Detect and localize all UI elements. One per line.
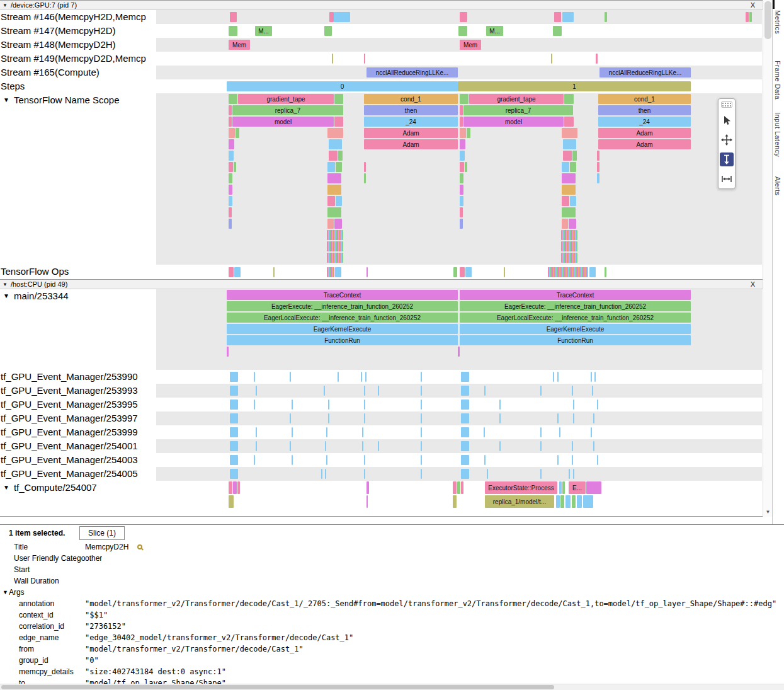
track-lane[interactable]: MemMem (156, 38, 762, 52)
trace-slice[interactable] (230, 12, 237, 22)
trace-slice[interactable] (565, 495, 571, 508)
trace-slice[interactable] (597, 400, 598, 410)
track-lane[interactable]: ExecutorState::ProcessE...replica_1/mode… (156, 481, 762, 514)
trace-slice[interactable] (561, 230, 577, 240)
trace-slice[interactable] (461, 372, 469, 382)
side-tab-alerts[interactable]: Alerts (774, 176, 781, 196)
trace-slice[interactable] (548, 267, 588, 277)
trace-slice[interactable] (562, 207, 576, 217)
trace-slice[interactable] (597, 173, 599, 183)
trace-slice-24[interactable]: _24 (598, 117, 691, 127)
track-label-tf-gpu-event-manager-253993[interactable]: tf_GPU_Event_Manager/253993 (0, 384, 156, 398)
trace-slice[interactable] (460, 105, 463, 115)
trace-slice[interactable] (290, 413, 291, 423)
trace-slice[interactable] (327, 173, 341, 183)
track-label-stream-147-memcpyh2d[interactable]: Stream #147(MemcpyH2D) (0, 24, 156, 38)
trace-slice[interactable] (560, 495, 564, 508)
track-lane[interactable] (156, 453, 762, 467)
trace-slice[interactable] (227, 347, 229, 357)
track-lane[interactable] (156, 439, 762, 453)
trace-slice[interactable] (378, 441, 379, 451)
trace-slice[interactable] (364, 400, 365, 410)
trace-slice[interactable] (229, 219, 232, 229)
trace-slice[interactable] (230, 386, 238, 396)
track-label-stream-165-compute[interactable]: Stream #165(Compute) (0, 66, 156, 79)
track-lane[interactable] (156, 52, 762, 66)
trace-slice[interactable] (229, 139, 234, 149)
scroll-down-arrow-icon[interactable]: ▼ (763, 509, 773, 515)
trace-slice[interactable] (453, 495, 457, 508)
trace-slice[interactable] (256, 427, 257, 437)
track-lane[interactable] (156, 384, 762, 398)
trace-slice[interactable] (327, 196, 335, 206)
trace-slice[interactable] (572, 495, 576, 508)
trace-slice[interactable] (562, 173, 576, 183)
trace-slice[interactable] (461, 441, 469, 451)
trace-slice-gradient-tape[interactable]: gradient_tape (238, 94, 334, 104)
trace-slice[interactable] (460, 173, 463, 183)
trace-slice[interactable] (334, 94, 343, 104)
trace-slice-then[interactable]: then (364, 105, 458, 115)
trace-slice[interactable] (461, 400, 469, 410)
trace-slice[interactable] (559, 427, 560, 437)
trace-slice[interactable] (540, 427, 542, 437)
trace-slice-m[interactable]: M... (255, 26, 272, 36)
trace-slice[interactable] (583, 495, 593, 508)
trace-slice[interactable] (236, 128, 239, 138)
trace-slice[interactable] (338, 151, 343, 161)
trace-slice[interactable] (746, 12, 749, 22)
trace-slice[interactable] (586, 481, 601, 494)
trace-slice[interactable] (324, 26, 332, 36)
trace-slice[interactable] (460, 139, 465, 149)
trace-slice[interactable] (499, 400, 501, 410)
trace-slice[interactable] (749, 12, 752, 22)
trace-slice[interactable] (292, 427, 293, 437)
trace-slice[interactable] (229, 207, 232, 217)
trace-slice-executorstate-process[interactable]: ExecutorState::Process (485, 481, 557, 494)
trace-slice[interactable] (460, 12, 467, 22)
trace-slice[interactable] (362, 427, 363, 437)
trace-slice[interactable] (254, 372, 255, 382)
trace-slice[interactable] (572, 455, 573, 465)
trace-slice-eagerkernelexecute[interactable]: EagerKernelExecute (227, 324, 458, 334)
track-label-main-253344[interactable]: ▼main/253344 (0, 289, 156, 370)
trace-slice[interactable] (460, 267, 465, 277)
track-lane[interactable]: TraceContextTraceContextEagerExecute: __… (156, 289, 762, 370)
track-label-tf-gpu-event-manager-254001[interactable]: tf_GPU_Event_Manager/254001 (0, 439, 156, 453)
trace-slice-gradient-tape[interactable]: gradient_tape (469, 94, 564, 104)
trace-slice[interactable] (461, 469, 469, 479)
track-lane[interactable] (156, 398, 762, 411)
trace-slice-eagerexecute-inference-train-function-260252[interactable]: EagerExecute: __inference_train_function… (227, 301, 458, 311)
trace-slice[interactable] (562, 185, 576, 195)
trace-slice[interactable] (290, 441, 291, 451)
trace-slice[interactable] (562, 219, 568, 229)
trace-slice-model[interactable]: model (463, 117, 564, 127)
trace-slice[interactable] (605, 267, 606, 277)
trace-slice[interactable] (591, 372, 592, 382)
horizontal-scrollbar-thumb[interactable] (1, 685, 554, 689)
trace-slice[interactable] (273, 267, 275, 277)
trace-slice[interactable] (256, 441, 257, 451)
track-label-tf-gpu-event-manager-253995[interactable]: tf_GPU_Event_Manager/253995 (0, 398, 156, 411)
pan-mode-button[interactable] (720, 133, 734, 147)
trace-slice[interactable] (453, 267, 457, 277)
trace-slice[interactable] (290, 372, 291, 382)
trace-slice[interactable] (597, 455, 598, 465)
trace-slice[interactable] (577, 495, 582, 508)
vertical-scrollbar[interactable]: ▼ (763, 0, 772, 517)
slice-tab[interactable]: Slice (1) (79, 526, 125, 540)
zoom-mode-button[interactable] (720, 152, 734, 166)
trace-slice[interactable] (564, 117, 574, 127)
trace-slice-adam[interactable]: Adam (598, 128, 691, 138)
trace-slice[interactable] (334, 117, 343, 127)
collapse-arrow-icon[interactable]: ▼ (3, 96, 9, 103)
trace-slice[interactable] (460, 196, 463, 206)
trace-slice[interactable] (421, 455, 422, 465)
trace-slice[interactable] (597, 151, 599, 161)
trace-slice[interactable] (461, 481, 463, 494)
trace-slice[interactable] (334, 219, 342, 229)
track-lane[interactable]: gradient_tapecond_1gradient_tapecond_1re… (156, 93, 762, 265)
trace-slice[interactable] (591, 427, 592, 437)
trace-slice[interactable] (484, 386, 486, 396)
trace-slice[interactable] (553, 372, 554, 382)
